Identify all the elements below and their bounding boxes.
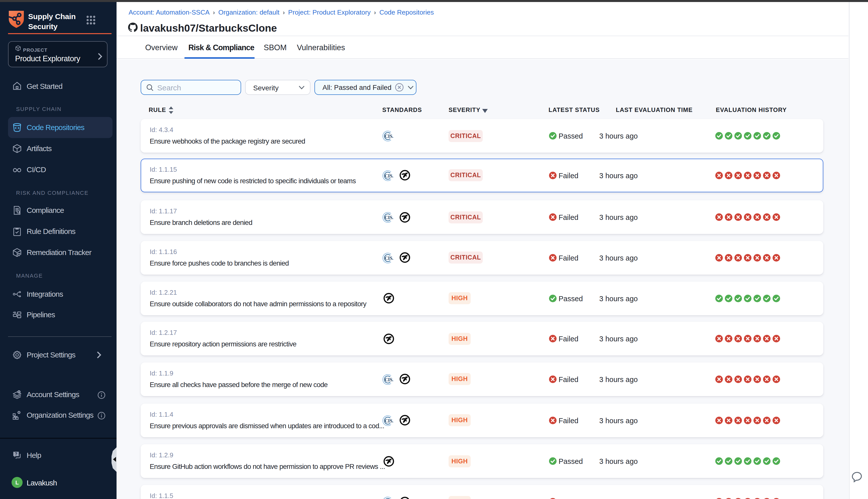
svg-text:?: ?: [15, 452, 17, 456]
svg-text:CIS.: CIS.: [385, 255, 393, 260]
svg-text:CIS.: CIS.: [385, 215, 393, 220]
svg-text:CIS.: CIS.: [385, 377, 393, 382]
svg-text:CIS.: CIS.: [385, 418, 393, 423]
svg-text:CIS.: CIS.: [385, 173, 393, 178]
svg-text:CIS.: CIS.: [385, 134, 393, 139]
